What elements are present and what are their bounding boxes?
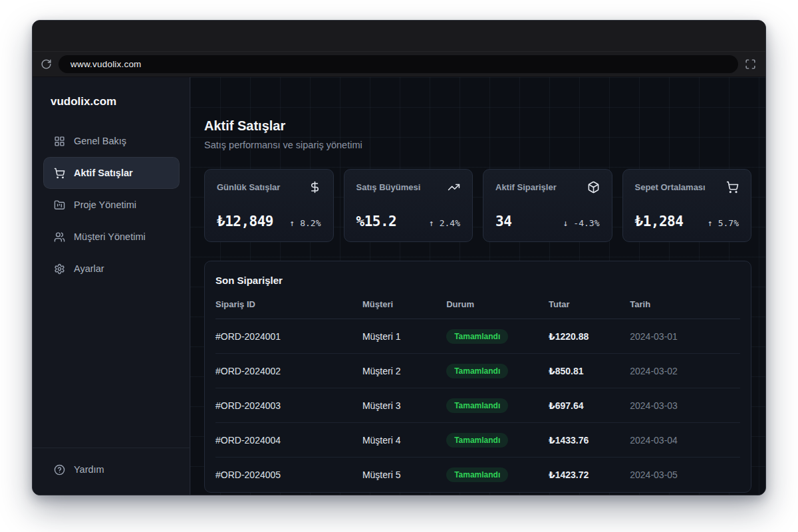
status-badge: Tamamlandı [446,329,508,344]
table-row: #ORD-2024003 Müşteri 3 Tamamlandı ₺697.6… [215,388,740,423]
stat-card: Sepet Ortalaması ₺1,284 ↑ 5.7% [622,169,752,242]
status-badge: Tamamlandı [446,467,508,482]
dollar-icon [309,181,321,194]
app-body: vudolix.com Genel Bakış Aktif Satışlar P… [33,77,765,495]
stat-value: %15.2 [356,213,397,229]
sidebar-item-grid[interactable]: Genel Bakış [43,125,180,157]
sidebar-item-label: Müşteri Yönetimi [74,231,146,242]
status-badge: Tamamlandı [446,364,508,378]
grid-icon [54,136,65,147]
sidebar-item-label: Yardım [74,464,104,475]
stat-delta: ↑ 2.4% [429,218,460,228]
column-header: Müşteri [362,299,446,309]
table-row: #ORD-2024001 Müşteri 1 Tamamlandı ₺1220.… [215,319,740,354]
order-id: #ORD-2024004 [215,435,362,446]
order-id: #ORD-2024002 [215,366,362,376]
order-id: #ORD-2024005 [215,469,362,480]
users-icon [54,231,65,243]
main-content: Aktif Satışlar Satış performansı ve sipa… [190,77,765,495]
status-badge: Tamamlandı [446,433,508,448]
stat-value: ₺1,284 [635,213,684,229]
orders-table-body: #ORD-2024001 Müşteri 1 Tamamlandı ₺1220.… [215,319,740,492]
sidebar-item-label: Proje Yönetimi [74,200,136,210]
reload-icon[interactable] [41,59,52,70]
order-customer: Müşteri 3 [362,400,446,411]
orders-panel-title: Son Siparişler [215,275,740,286]
gear-icon [54,263,65,275]
browser-window: www.vudolix.com vudolix.com Genel Bakış … [32,20,766,495]
order-date: 2024-03-02 [630,366,740,376]
table-row: #ORD-2024004 Müşteri 4 Tamamlandı ₺1433.… [215,423,740,458]
page-subtitle: Satış performansı ve sipariş yönetimi [204,140,751,150]
sidebar-item-gear[interactable]: Ayarlar [43,253,180,285]
table-row: #ORD-2024005 Müşteri 5 Tamamlandı ₺1423.… [215,458,740,492]
status-badge: Tamamlandı [446,398,508,413]
browser-toolbar: www.vudolix.com [33,52,765,77]
stat-label: Günlük Satışlar [217,182,280,192]
stat-delta: ↑ 8.2% [290,218,321,228]
cart-icon [726,181,739,194]
column-header: Tarih [630,299,740,309]
column-header: Tutar [549,299,630,309]
sidebar-item-users[interactable]: Müşteri Yönetimi [43,221,180,253]
recent-orders-panel: Son Siparişler Sipariş IDMüşteriDurumTut… [204,261,751,493]
stat-card: Günlük Satışlar ₺12,849 ↑ 8.2% [204,169,334,242]
sidebar-item-label: Ayarlar [74,263,104,274]
order-amount: ₺1220.88 [549,331,630,342]
order-date: 2024-03-03 [630,400,740,411]
table-row: #ORD-2024002 Müşteri 2 Tamamlandı ₺850.8… [215,354,740,388]
stat-cards-row: Günlük Satışlar ₺12,849 ↑ 8.2% Satış Büy… [204,169,751,242]
order-amount: ₺1433.76 [549,435,630,446]
order-customer: Müşteri 2 [362,366,446,376]
orders-table-header: Sipariş IDMüşteriDurumTutarTarih [215,286,740,319]
stat-delta: ↓ -4.3% [563,218,600,228]
stat-value: ₺12,849 [217,213,273,229]
stat-card: Satış Büyümesi %15.2 ↑ 2.4% [344,169,473,242]
order-date: 2024-03-05 [630,469,740,480]
sidebar-footer: Yardım [33,448,190,495]
order-customer: Müşteri 1 [362,331,446,342]
order-date: 2024-03-04 [630,435,740,446]
order-id: #ORD-2024003 [215,400,362,411]
column-header: Durum [446,299,549,309]
sidebar-item-cart[interactable]: Aktif Satışlar [43,157,180,189]
stat-value: 34 [495,213,511,229]
stat-label: Sepet Ortalaması [635,182,706,192]
sidebar-item-label: Aktif Satışlar [74,168,133,178]
fullscreen-icon[interactable] [745,59,756,70]
order-date: 2024-03-01 [630,331,740,342]
package-icon [587,181,600,194]
window-titlebar[interactable] [33,21,765,52]
brand-title: vudolix.com [33,93,190,110]
trending-up-icon [448,181,460,194]
order-amount: ₺1423.72 [549,469,630,480]
folder-kanban-icon [54,200,65,211]
help-circle-icon [54,464,65,475]
cart-icon [54,168,65,179]
sidebar: vudolix.com Genel Bakış Aktif Satışlar P… [33,77,190,495]
order-amount: ₺850.81 [549,366,630,376]
page-title: Aktif Satışlar [204,118,751,134]
order-amount: ₺697.64 [549,400,630,411]
column-header: Sipariş ID [215,299,362,309]
stat-card: Aktif Siparişler 34 ↓ -4.3% [483,169,612,242]
sidebar-item-folder-kanban[interactable]: Proje Yönetimi [43,189,180,221]
url-text: www.vudolix.com [70,59,142,69]
sidebar-item-label: Genel Bakış [74,136,126,146]
order-customer: Müşteri 5 [362,469,446,480]
stat-delta: ↑ 5.7% [708,218,739,228]
stat-label: Satış Büyümesi [356,182,421,192]
stat-label: Aktif Siparişler [495,182,557,192]
order-id: #ORD-2024001 [215,331,362,342]
url-bar[interactable]: www.vudolix.com [59,55,738,73]
order-customer: Müşteri 4 [362,435,446,446]
sidebar-nav: Genel Bakış Aktif Satışlar Proje Yönetim… [33,125,190,285]
sidebar-item-help[interactable]: Yardım [43,454,180,485]
